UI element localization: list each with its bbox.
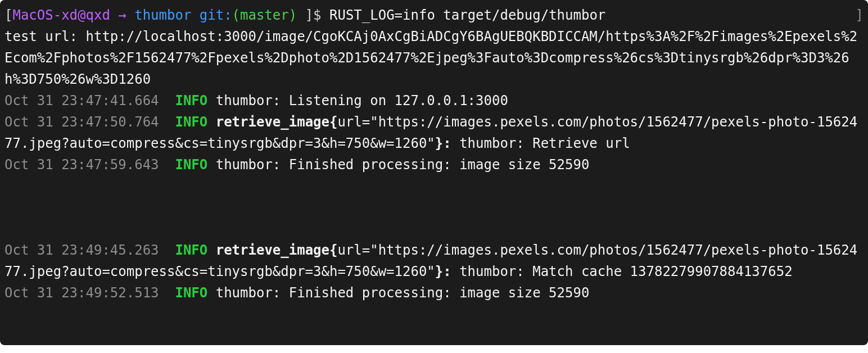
prompt-git-branch: (master) (232, 7, 297, 23)
log-level-info: INFO (175, 285, 207, 301)
prompt-suffix: ]$ (297, 7, 329, 23)
log-timestamp: Oct 31 23:47:41.664 (4, 93, 175, 108)
log-level-info: INFO (175, 242, 207, 258)
log-message: thumbor: Listening on 127.0.0.1:3000 (207, 93, 508, 108)
log-level-info: INFO (175, 114, 207, 130)
prompt-open-bracket: [ (4, 7, 12, 23)
log-timestamp: Oct 31 23:47:50.764 (4, 114, 175, 130)
log-message: thumbor: Retrieve url (451, 135, 630, 151)
log-span-close: }: (435, 264, 451, 279)
log-span-close: }: (435, 135, 451, 151)
log-message: thumbor: Finished processing: image size… (207, 157, 589, 173)
log-level-info: INFO (175, 93, 207, 108)
log-level-info: INFO (175, 157, 207, 173)
log-message: thumbor: Finished processing: image size… (207, 285, 589, 301)
right-bracket-icon: ] (856, 4, 864, 26)
log-span-name: retrieve_image{ (207, 114, 337, 130)
prompt-host: MacOS-xd@qxd (12, 7, 110, 23)
log-timestamp: Oct 31 23:49:45.263 (4, 242, 175, 258)
arrow-icon: → (110, 7, 134, 23)
test-url-line: test url: http://localhost:3000/image/Cg… (4, 29, 857, 87)
prompt-dir: thumbor (134, 7, 191, 23)
terminal-window[interactable]: ][MacOS-xd@qxd → thumbor git:(master) ]$… (0, 0, 868, 345)
log-timestamp: Oct 31 23:49:52.513 (4, 285, 175, 301)
log-message: thumbor: Match cache 1378227990788413765… (451, 264, 793, 279)
log-timestamp: Oct 31 23:47:59.643 (4, 157, 175, 173)
command-text: RUST_LOG=info target/debug/thumbor (329, 7, 605, 23)
prompt-git-label: git: (191, 7, 232, 23)
log-span-name: retrieve_image{ (207, 242, 337, 258)
